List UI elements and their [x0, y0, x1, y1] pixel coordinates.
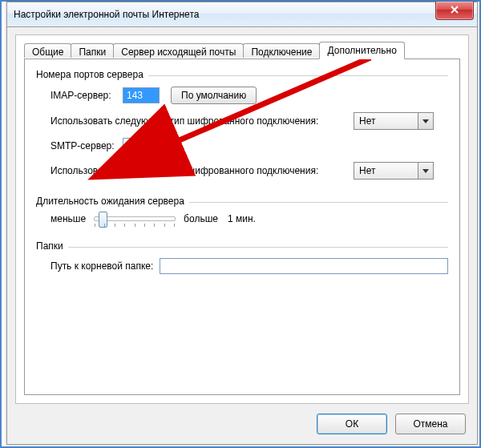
group-title-timeout: Длительность ожидания сервера	[36, 196, 189, 207]
imap-encryption-select[interactable]: Нет	[354, 112, 434, 130]
ok-button[interactable]: ОК	[317, 414, 387, 434]
close-icon	[450, 5, 459, 17]
dialog-frame: Настройки электронной почты Интернета Об…	[6, 2, 478, 445]
window-title: Настройки электронной почты Интернета	[14, 9, 199, 20]
imap-port-input[interactable]	[123, 87, 160, 103]
smtp-encryption-select[interactable]: Нет	[354, 162, 434, 180]
tab-strip: Общие Папки Сервер исходящей почты Подкл…	[24, 42, 460, 59]
group-title-folders: Папки	[36, 240, 68, 252]
imap-encryption-label: Использовать следующий тип шифрованного …	[51, 115, 347, 127]
group-timeout: Длительность ожидания сервера меньше бол…	[36, 196, 448, 236]
group-server-ports: Номера портов сервера IMAP-сервер: По ум…	[36, 69, 448, 191]
smtp-encryption-label: Использовать следующий тип шифрованного …	[51, 165, 347, 176]
smtp-encryption-value: Нет	[359, 165, 375, 176]
imap-encryption-value: Нет	[359, 115, 375, 127]
root-folder-input[interactable]	[160, 258, 448, 274]
tab-panel-advanced: Номера портов сервера IMAP-сервер: По ум…	[24, 59, 460, 395]
cancel-button[interactable]: Отмена	[395, 414, 466, 434]
tab-advanced[interactable]: Дополнительно	[319, 42, 404, 59]
title-bar: Настройки электронной почты Интернета	[7, 2, 477, 27]
root-folder-label: Путь к корневой папке:	[51, 260, 153, 272]
timeout-more-label: больше	[184, 213, 218, 224]
dialog-footer: ОК Отмена	[317, 414, 466, 434]
timeout-less-label: меньше	[51, 213, 86, 224]
tab-general[interactable]: Общие	[24, 43, 71, 58]
tab-connection[interactable]: Подключение	[243, 43, 320, 58]
chevron-down-icon	[418, 163, 433, 179]
default-ports-button[interactable]: По умолчанию	[171, 87, 257, 104]
tab-outgoing-server[interactable]: Сервер исходящей почты	[113, 43, 244, 58]
chevron-down-icon	[418, 113, 433, 129]
group-folders: Папки Путь к корневой папке:	[36, 240, 448, 285]
close-button[interactable]	[435, 2, 474, 20]
content-area: Общие Папки Сервер исходящей почты Подкл…	[15, 34, 469, 404]
smtp-port-label: SMTP-сервер:	[51, 140, 123, 151]
timeout-value: 1 мин.	[228, 213, 256, 224]
group-title-ports: Номера портов сервера	[36, 69, 148, 80]
timeout-slider[interactable]	[94, 216, 176, 221]
smtp-port-input[interactable]	[123, 138, 160, 154]
tab-folders[interactable]: Папки	[71, 43, 114, 58]
imap-port-label: IMAP-сервер:	[51, 90, 123, 101]
